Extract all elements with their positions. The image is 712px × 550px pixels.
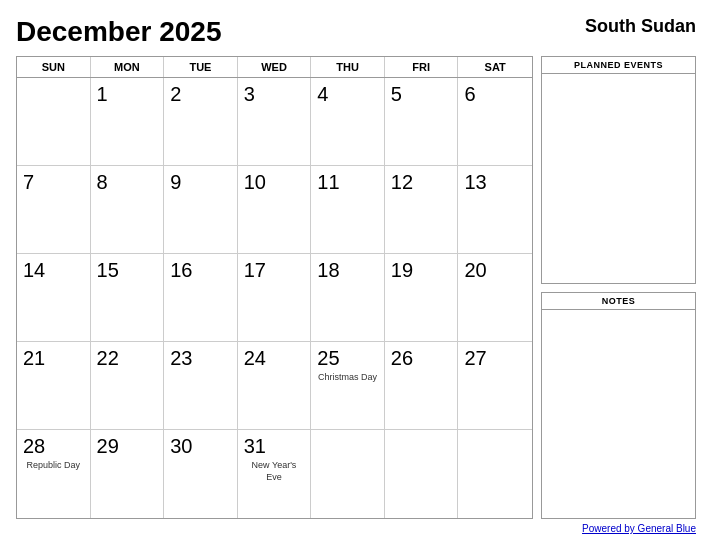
day-cell: 4 (311, 78, 385, 166)
day-number: 18 (317, 258, 378, 282)
day-header-wed: WED (238, 57, 312, 77)
day-cell: 8 (91, 166, 165, 254)
day-number: 25 (317, 346, 378, 370)
day-number: 26 (391, 346, 452, 370)
day-number: 9 (170, 170, 231, 194)
day-cell: 7 (17, 166, 91, 254)
day-cell: 9 (164, 166, 238, 254)
day-event-label: New Year's Eve (244, 460, 305, 483)
notes-box: NOTES (541, 292, 696, 520)
day-cell: 26 (385, 342, 459, 430)
day-header-sat: SAT (458, 57, 532, 77)
day-number: 5 (391, 82, 452, 106)
day-header-thu: THU (311, 57, 385, 77)
day-cell (385, 430, 459, 518)
day-number: 23 (170, 346, 231, 370)
day-number: 2 (170, 82, 231, 106)
day-number: 20 (464, 258, 526, 282)
day-header-tue: TUE (164, 57, 238, 77)
powered-by-link[interactable]: Powered by General Blue (582, 523, 696, 534)
day-number: 15 (97, 258, 158, 282)
day-cell (17, 78, 91, 166)
day-number: 22 (97, 346, 158, 370)
day-cell: 6 (458, 78, 532, 166)
day-cell: 19 (385, 254, 459, 342)
day-number: 7 (23, 170, 84, 194)
day-number: 1 (97, 82, 158, 106)
day-number: 13 (464, 170, 526, 194)
sidebar: PLANNED EVENTS NOTES (541, 56, 696, 519)
footer: Powered by General Blue (16, 523, 696, 534)
planned-events-title: PLANNED EVENTS (542, 57, 695, 74)
day-cell: 30 (164, 430, 238, 518)
day-number: 16 (170, 258, 231, 282)
country-name: South Sudan (585, 16, 696, 37)
calendar-header: SUNMONTUEWEDTHUFRISAT (17, 57, 532, 78)
day-number: 27 (464, 346, 526, 370)
notes-content (542, 310, 695, 519)
calendar-body: 1234567891011121314151617181920212223242… (17, 78, 532, 518)
notes-title: NOTES (542, 293, 695, 310)
day-event-label: Republic Day (23, 460, 84, 472)
day-cell: 17 (238, 254, 312, 342)
day-number: 3 (244, 82, 305, 106)
day-cell: 12 (385, 166, 459, 254)
day-number: 17 (244, 258, 305, 282)
day-cell (458, 430, 532, 518)
day-number: 8 (97, 170, 158, 194)
day-number: 19 (391, 258, 452, 282)
day-cell: 25Christmas Day (311, 342, 385, 430)
day-number: 30 (170, 434, 231, 458)
day-number: 12 (391, 170, 452, 194)
day-cell: 24 (238, 342, 312, 430)
day-header-sun: SUN (17, 57, 91, 77)
day-cell: 27 (458, 342, 532, 430)
day-cell: 14 (17, 254, 91, 342)
day-cell: 1 (91, 78, 165, 166)
day-number: 11 (317, 170, 378, 194)
day-event-label: Christmas Day (317, 372, 378, 384)
day-cell: 31New Year's Eve (238, 430, 312, 518)
day-cell: 3 (238, 78, 312, 166)
day-cell: 28Republic Day (17, 430, 91, 518)
day-cell: 2 (164, 78, 238, 166)
day-number: 21 (23, 346, 84, 370)
day-number: 28 (23, 434, 84, 458)
day-cell: 29 (91, 430, 165, 518)
calendar: SUNMONTUEWEDTHUFRISAT 123456789101112131… (16, 56, 533, 519)
day-number: 6 (464, 82, 526, 106)
day-number: 10 (244, 170, 305, 194)
day-header-fri: FRI (385, 57, 459, 77)
day-cell: 13 (458, 166, 532, 254)
day-number: 24 (244, 346, 305, 370)
day-number: 14 (23, 258, 84, 282)
day-cell: 18 (311, 254, 385, 342)
day-cell: 5 (385, 78, 459, 166)
day-cell (311, 430, 385, 518)
planned-events-content (542, 74, 695, 283)
planned-events-box: PLANNED EVENTS (541, 56, 696, 284)
page-title: December 2025 (16, 16, 221, 48)
day-header-mon: MON (91, 57, 165, 77)
day-cell: 16 (164, 254, 238, 342)
day-cell: 20 (458, 254, 532, 342)
day-number: 29 (97, 434, 158, 458)
day-number: 4 (317, 82, 378, 106)
day-cell: 21 (17, 342, 91, 430)
day-cell: 15 (91, 254, 165, 342)
day-cell: 11 (311, 166, 385, 254)
day-cell: 10 (238, 166, 312, 254)
day-cell: 23 (164, 342, 238, 430)
day-cell: 22 (91, 342, 165, 430)
day-number: 31 (244, 434, 305, 458)
